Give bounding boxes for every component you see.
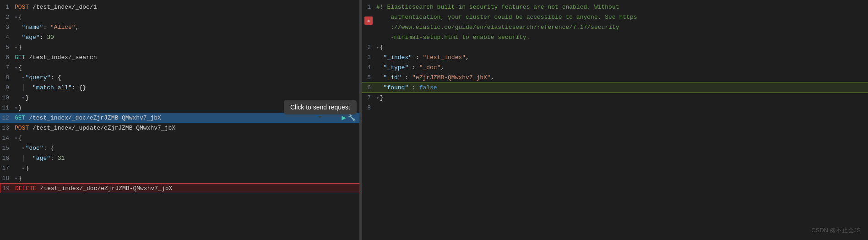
resp-line-num-1: 1 xyxy=(362,4,376,11)
fold-icon-11[interactable]: ▾ xyxy=(15,106,17,111)
resp-value-5: "eZjrJZMB-QMwxhv7_jbX" xyxy=(412,74,491,81)
value-16: 31 xyxy=(58,155,65,162)
fold-icon-5[interactable]: ▾ xyxy=(15,45,17,50)
line-num-5: 5 xyxy=(0,44,15,51)
line-content-5: ▾} xyxy=(15,44,358,51)
line-14: 14 ▾{ xyxy=(0,133,361,143)
fold-icon-8[interactable]: ▾ xyxy=(22,76,25,81)
fold-icon-15[interactable]: ▾ xyxy=(22,146,25,151)
line-1: 1 POST /test_index/_doc/1 xyxy=(0,2,361,12)
line-9: 9 │ "match_all": {} xyxy=(0,82,361,93)
resp-value-6: false xyxy=(419,84,437,91)
line-num-10: 10 xyxy=(0,94,15,101)
line-16: 16 │ "age": 31 xyxy=(0,153,361,163)
line-7: 7 ▾{ xyxy=(0,62,361,72)
response-line-5: 5 "_id" : "eZjrJZMB-QMwxhv7_jbX", xyxy=(362,72,868,82)
resp-bracket-2: { xyxy=(380,44,384,51)
response-line-1b: 1 authentication, your cluster could be … xyxy=(362,12,868,22)
fold-icon-7[interactable]: ▾ xyxy=(15,65,17,71)
line-3: 3 "name": "Alice", xyxy=(0,22,361,32)
line-6: 6 GET /test_index/_search xyxy=(0,52,361,62)
fold-icon-14[interactable]: ▾ xyxy=(15,136,17,141)
path-12: /test_index/_doc/eZjrJZMB-QMwxhv7_jbX xyxy=(25,115,161,121)
line-num-9: 9 xyxy=(0,84,15,91)
code-area: 1 POST /test_index/_doc/1 2 ▾{ 3 "name":… xyxy=(0,0,361,195)
line-19: 19 DELETE /test_index/_doc/eZjrJZMB-QMwx… xyxy=(0,183,361,193)
line-content-16: │ "age": 31 xyxy=(15,155,358,162)
line-content-11: ▾} xyxy=(15,104,358,111)
line-12[interactable]: 12 GET /test_index/_doc/eZjrJZMB-QMwxhv7… xyxy=(0,113,361,123)
line-content-3: "name": "Alice", xyxy=(15,24,358,31)
watermark: CSDN @不止会JS xyxy=(811,226,861,235)
resp-line-content-1b: authentication, your cluster could be ac… xyxy=(376,14,864,21)
run-button[interactable]: ▶ xyxy=(342,113,346,122)
line-num-17: 17 xyxy=(0,165,15,172)
bracket-2: { xyxy=(18,14,22,21)
line-2: 2 ▾{ xyxy=(0,12,361,22)
path-1: /test_index/_doc/1 xyxy=(29,4,97,11)
resp-line-content-4: "_type" : "_doc", xyxy=(376,64,864,71)
resp-line-content-2: ▾{ xyxy=(376,44,864,51)
warning-comment-2: authentication, your cluster could be ac… xyxy=(376,14,637,21)
resp-line-num-3: 3 xyxy=(362,54,376,61)
resp-bracket-7: } xyxy=(380,94,384,101)
method-get-12: GET xyxy=(15,115,25,121)
warning-comment-4: -minimal-setup.html to enable security. xyxy=(376,34,530,41)
response-line-6: 6 "found" : false xyxy=(362,82,868,93)
line-content-9: │ "match_all": {} xyxy=(15,84,358,91)
pane-divider[interactable]: ⋮ xyxy=(359,0,361,240)
line-17: 17 ▾} xyxy=(0,163,361,173)
close-warning-button[interactable]: ✕ xyxy=(364,16,373,25)
line-num-18: 18 xyxy=(0,175,15,182)
resp-value-4: "_doc" xyxy=(419,64,441,71)
wrench-button[interactable]: 🔧 xyxy=(348,114,356,122)
resp-fold-7[interactable]: ▾ xyxy=(376,96,379,101)
line-content-15: ▾"doc": { xyxy=(15,145,358,152)
resp-line-content-7: ▾} xyxy=(376,94,864,101)
fold-icon-17[interactable]: ▾ xyxy=(22,166,25,171)
line-5: 5 ▾} xyxy=(0,42,361,52)
line-10: 10 ▾} xyxy=(0,93,361,103)
warning-comment-3: ://www.elastic.co/guide/en/elasticsearch… xyxy=(376,24,619,31)
line-8: 8 ▾"query": { xyxy=(0,72,361,82)
resp-value-3: "test_index" xyxy=(423,54,466,61)
line-15: 15 ▾"doc": { xyxy=(0,143,361,153)
bracket-7: { xyxy=(18,64,22,71)
fold-icon-18[interactable]: ▾ xyxy=(15,176,17,181)
response-pane: 1 #! Elasticsearch built-in security fea… xyxy=(362,0,868,240)
bracket-11: } xyxy=(18,104,22,111)
resp-line-content-5: "_id" : "eZjrJZMB-QMwxhv7_jbX", xyxy=(376,74,864,81)
resp-key-4: "_type" xyxy=(384,64,409,71)
bracket-14: { xyxy=(18,135,22,142)
line-content-12: GET /test_index/_doc/eZjrJZMB-QMwxhv7_jb… xyxy=(15,115,358,121)
line-num-7: 7 xyxy=(0,64,15,71)
response-line-3: 3 "_index" : "test_index", xyxy=(362,52,868,62)
response-line-4: 4 "_type" : "_doc", xyxy=(362,62,868,72)
fold-icon-10[interactable]: ▾ xyxy=(22,96,25,101)
key-8: "query" xyxy=(26,74,51,81)
resp-line-content-1c: ://www.elastic.co/guide/en/elasticsearch… xyxy=(376,24,864,31)
line-content-6: GET /test_index/_search xyxy=(15,54,358,61)
line-content-14: ▾{ xyxy=(15,135,358,142)
fold-icon-2[interactable]: ▾ xyxy=(15,15,17,20)
path-13: /test_index/_update/eZjrJZMB-QMwxhv7_jbX xyxy=(29,125,175,131)
response-line-1a: 1 #! Elasticsearch built-in security fea… xyxy=(362,2,868,12)
line-num-2: 2 xyxy=(0,14,15,21)
path-6: /test_index/_search xyxy=(25,54,97,61)
resp-line-num-1d: 1 xyxy=(362,34,376,41)
key-15: "doc" xyxy=(26,145,43,152)
resp-line-num-4: 4 xyxy=(362,64,376,71)
method-delete-19: DELETE xyxy=(15,185,37,192)
response-code-area: 1 #! Elasticsearch built-in security fea… xyxy=(362,0,868,115)
line-num-14: 14 xyxy=(0,135,15,142)
line-content-4: "age": 30 xyxy=(15,34,358,41)
path-19: /test_index/_doc/eZjrJZMB-QMwxhv7_jbX xyxy=(37,185,172,192)
line-content-17: ▾} xyxy=(15,165,358,172)
line-13: 13 POST /test_index/_update/eZjrJZMB-QMw… xyxy=(0,123,361,133)
line-content-19: DELETE /test_index/_doc/eZjrJZMB-QMwxhv7… xyxy=(15,185,357,192)
key-9: "match_all" xyxy=(33,84,72,91)
resp-line-content-1a: #! Elasticsearch built-in security featu… xyxy=(376,4,864,11)
resp-fold-2[interactable]: ▾ xyxy=(376,45,379,50)
line-num-19: 19 xyxy=(0,185,15,192)
resp-line-num-8: 8 xyxy=(362,104,376,111)
